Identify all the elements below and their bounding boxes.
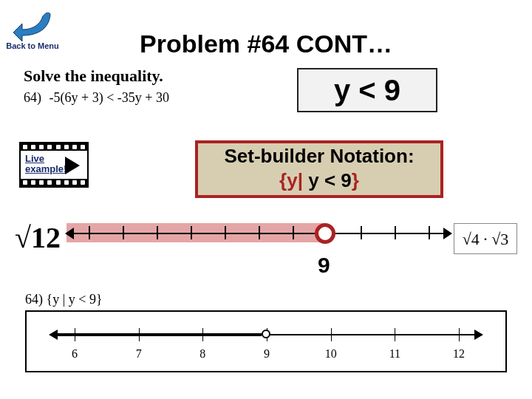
set-builder-expression: {y| y < 9} <box>198 169 440 192</box>
tick-mark <box>123 226 124 239</box>
arrow-right-icon <box>443 228 452 239</box>
set-builder-box: Set-builder Notation: {y| y < 9} <box>195 140 443 198</box>
tick-label: 12 <box>453 347 465 361</box>
problem-expression: 64) -5(6y + 3) < -35y + 30 <box>24 90 169 106</box>
tick-label: 8 <box>200 347 205 361</box>
tick-label: 9 <box>264 347 270 361</box>
solve-block: Solve the inequality. 64) -5(6y + 3) < -… <box>24 66 169 106</box>
page-title: Problem #64 CONT… <box>0 30 532 58</box>
tick-mark <box>259 226 260 239</box>
tick-mark <box>429 226 430 239</box>
tick-mark <box>361 226 362 239</box>
number-line-highlighted: 9 <box>66 213 451 257</box>
arrow-right-icon <box>474 330 483 340</box>
sqrt-12: √12 <box>15 220 61 255</box>
sqrt-4-times-sqrt-3: √4 · √3 <box>454 223 517 254</box>
tick-mark <box>395 328 395 341</box>
arrow-left-icon <box>65 228 74 239</box>
solution-ray <box>56 333 262 336</box>
tick-mark <box>331 328 332 341</box>
number-line-box: 6789101112 <box>25 310 507 372</box>
tick-label: 7 <box>136 347 142 361</box>
tick-mark <box>459 328 460 341</box>
live-example-button[interactable]: Live example! <box>19 142 89 188</box>
solve-heading: Solve the inequality. <box>24 66 169 86</box>
set-builder-title: Set-builder Notation: <box>198 145 440 168</box>
open-circle-marker <box>262 330 270 338</box>
filmstrip-icon <box>21 143 87 151</box>
tick-label: 11 <box>389 347 400 361</box>
tick-label: 10 <box>325 347 337 361</box>
tick-mark <box>395 226 396 239</box>
tick-mark <box>225 226 226 239</box>
number-line-label-9: 9 <box>318 253 330 278</box>
tick-mark <box>293 226 294 239</box>
answer-set-builder-text: 64) {y | y < 9} <box>25 292 103 307</box>
tick-mark <box>191 226 192 239</box>
answer-box: y < 9 <box>297 68 437 112</box>
tick-mark <box>157 226 158 239</box>
tick-label: 6 <box>72 347 78 361</box>
play-icon <box>65 157 80 174</box>
open-circle-marker <box>315 223 335 244</box>
tick-mark <box>89 226 90 239</box>
